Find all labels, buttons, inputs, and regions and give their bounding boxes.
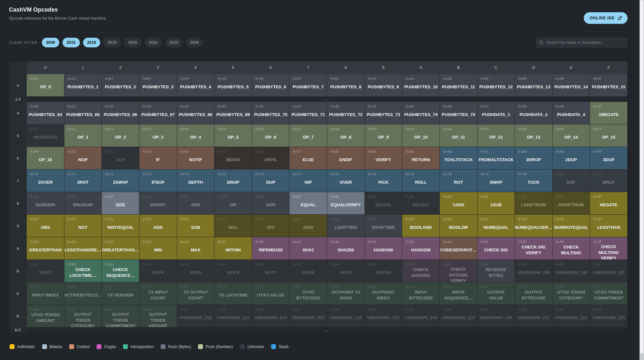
opcode-cell-0xD5[interactable]: 0xD5UNKNOWN_213 [214, 305, 252, 327]
opcode-cell-0x87[interactable]: 0x87EQUAL [289, 192, 327, 215]
opcode-cell-0x48[interactable]: 0x48PUSHBYTES_72 [327, 102, 365, 124]
opcode-cell-0xC2[interactable]: 0xC2TX VERSION [102, 282, 139, 305]
opcode-cell-0xB6[interactable]: 0xB6NOP7 [252, 260, 290, 282]
opcode-cell-0xBD[interactable]: 0xBDUNKNOWN_189 [515, 260, 553, 282]
opcode-cell-0x4C[interactable]: 0x4CPUSHDATA_1 [478, 102, 515, 124]
opcode-cell-0xC7[interactable]: 0xC7UTXO BYTECODE [289, 282, 327, 305]
opcode-cell-0x78[interactable]: 0x78OVER [327, 170, 365, 192]
year-chip-2015[interactable]: 2015 [62, 38, 80, 47]
opcode-cell-0x85[interactable]: 0x85OR [214, 192, 252, 215]
opcode-cell-0x53[interactable]: 0x53OP_3 [139, 124, 177, 147]
opcode-cell-0x98[interactable]: 0x98LSHIFTBIN [327, 215, 365, 237]
opcode-cell-0xCB[interactable]: 0xCBINPUT SEQUENCE… [440, 282, 478, 305]
opcode-cell-0x81[interactable]: 0x81BIN2NUM [64, 192, 102, 215]
opcode-cell-0xD7[interactable]: 0xD7UNKNOWN_215 [289, 305, 327, 327]
opcode-cell-0xC8[interactable]: 0xC8OUTPOINT TX HASH [327, 282, 365, 305]
opcode-cell-0x63[interactable]: 0x63IF [139, 147, 177, 170]
opcode-cell-0x5F[interactable]: 0x5FOP_15 [590, 124, 628, 147]
opcode-cell-0x79[interactable]: 0x79PICK [365, 170, 402, 192]
opcode-cell-0x7D[interactable]: 0x7DTUCK [515, 170, 553, 192]
opcode-cell-0x04[interactable]: 0x04PUSHBYTES_4 [177, 74, 215, 97]
opcode-cell-0x55[interactable]: 0x55OP_5 [214, 124, 252, 147]
opcode-cell-0xBF[interactable]: 0xBFUNKNOWN_191 [590, 260, 628, 282]
opcode-cell-0xD1[interactable]: 0xD1OUTPUT TOKEN CATEGORY [64, 305, 102, 327]
opcode-cell-0xB5[interactable]: 0xB5NOP6 [214, 260, 252, 282]
opcode-cell-0x96[interactable]: 0x96DIV [252, 215, 290, 237]
scrollbar-thumb[interactable] [640, 0, 643, 354]
opcode-cell-0x93[interactable]: 0x93ADD [139, 215, 177, 237]
opcode-cell-0xD9[interactable]: 0xD9UNKNOWN_217 [365, 305, 402, 327]
opcode-cell-0x4F[interactable]: 0x4F1NEGATE [590, 102, 628, 124]
opcode-cell-0x7F[interactable]: 0x7FSPLIT [590, 170, 628, 192]
opcode-cell-0x65[interactable]: 0x65BEGIN [214, 147, 252, 170]
opcode-cell-0x69[interactable]: 0x69VERIFY [365, 147, 402, 170]
opcode-cell-0xB1[interactable]: 0xB1CHECK LOCKTIME… [64, 260, 102, 282]
opcode-cell-0xCF[interactable]: 0xCFUTXO TOKEN COMMITMENT [590, 282, 628, 305]
opcode-cell-0x5C[interactable]: 0x5COP_12 [478, 124, 515, 147]
year-chip-2026[interactable]: 2026 [186, 38, 203, 47]
opcode-cell-0x54[interactable]: 0x54OP_4 [177, 124, 215, 147]
opcode-cell-0xCA[interactable]: 0xCAINPUT BYTECODE [402, 282, 440, 305]
opcode-cell-0xBB[interactable]: 0xBBCHECK DATASIG VERIFY [440, 260, 478, 282]
opcode-cell-0x84[interactable]: 0x84AND [177, 192, 215, 215]
opcode-cell-0x61[interactable]: 0x61NOP [64, 147, 102, 170]
opcode-cell-0xC9[interactable]: 0xC9OUTPOINT INDEX [365, 282, 402, 305]
opcode-cell-0x02[interactable]: 0x02PUSHBYTES_2 [102, 74, 139, 97]
opcode-cell-0x82[interactable]: 0x82SIZE [102, 192, 139, 215]
opcode-cell-0xD0[interactable]: 0xD0UTXO TOKEN AMOUNT [27, 305, 64, 327]
opcode-cell-0x0A[interactable]: 0x0APUSHBYTES_10 [402, 74, 440, 97]
opcode-cell-0x8D[interactable]: 0x8DLSHIFTNUM [515, 192, 553, 215]
opcode-cell-0x41[interactable]: 0x41PUSHBYTES_65 [64, 102, 102, 124]
opcode-cell-0x99[interactable]: 0x99RSHIFTBIN [365, 215, 402, 237]
opcode-cell-0x4E[interactable]: 0x4EPUSHDATA_4 [553, 102, 590, 124]
opcode-cell-0xCC[interactable]: 0xCCOUTPUT VALUE [478, 282, 515, 305]
opcode-cell-0x9E[interactable]: 0x9ENUMNOTEQUAL [553, 215, 590, 237]
opcode-cell-0x51[interactable]: 0x51OP_1 [64, 124, 102, 147]
opcode-cell-0xA2[interactable]: 0xA2GREATERTHAN… [102, 237, 139, 260]
year-chip-2022[interactable]: 2022 [145, 38, 162, 47]
opcode-cell-0x0C[interactable]: 0x0CPUSHBYTES_12 [478, 74, 515, 97]
opcode-cell-0x9D[interactable]: 0x9DNUMEQUALVER… [515, 215, 553, 237]
opcode-cell-0x4B[interactable]: 0x4BPUSHBYTES_75 [440, 102, 478, 124]
opcode-cell-0x90[interactable]: 0x90ABS [27, 215, 64, 237]
opcode-cell-0x88[interactable]: 0x88EQUALVERIFY [327, 192, 365, 215]
opcode-cell-0x9C[interactable]: 0x9CNUMEQUAL [478, 215, 515, 237]
opcode-cell-0x5A[interactable]: 0x5AOP_10 [402, 124, 440, 147]
opcode-cell-0xD3[interactable]: 0xD3OUTPUT TOKEN AMOUNT [139, 305, 177, 327]
opcode-cell-0xAA[interactable]: 0xAAHASH256 [402, 237, 440, 260]
opcode-cell-0xB2[interactable]: 0xB2CHECK SEQUENCE… [102, 260, 139, 282]
opcode-cell-0xA3[interactable]: 0xA3MIN [139, 237, 177, 260]
opcode-cell-0x0B[interactable]: 0x0BPUSHBYTES_11 [440, 74, 478, 97]
opcode-cell-0x4D[interactable]: 0x4DPUSHDATA_2 [515, 102, 553, 124]
opcode-cell-0x7C[interactable]: 0x7CSWAP [478, 170, 515, 192]
opcode-cell-0x6A[interactable]: 0x6ARETURN [402, 147, 440, 170]
opcode-cell-0x6D[interactable]: 0x6D2DROP [515, 147, 553, 170]
opcode-cell-0xC6[interactable]: 0xC6UTXO VALUE [252, 282, 290, 305]
opcode-cell-0x5D[interactable]: 0x5DOP_13 [515, 124, 553, 147]
opcode-cell-0x59[interactable]: 0x59OP_9 [365, 124, 402, 147]
collapsed-range-E-F[interactable]: … [27, 327, 628, 333]
opcode-cell-0xA7[interactable]: 0xA7SHA1 [289, 237, 327, 260]
opcode-cell-0xAB[interactable]: 0xABCODESEPARAT… [440, 237, 478, 260]
opcode-cell-0x01[interactable]: 0x01PUSHBYTES_1 [64, 74, 102, 97]
opcode-cell-0xB9[interactable]: 0xB9NOP10 [365, 260, 402, 282]
opcode-cell-0xCD[interactable]: 0xCDOUTPUT BYTECODE [515, 282, 553, 305]
opcode-cell-0x08[interactable]: 0x08PUSHBYTES_8 [327, 74, 365, 97]
opcode-cell-0xC1[interactable]: 0xC1ACTIVEBYTECO… [64, 282, 102, 305]
year-chip-2016[interactable]: 2016 [83, 38, 100, 47]
opcode-cell-0xD4[interactable]: 0xD4UNKNOWN_212 [177, 305, 215, 327]
opcode-cell-0x92[interactable]: 0x920NOTEQUAL [102, 215, 139, 237]
opcode-cell-0x49[interactable]: 0x49PUSHBYTES_73 [365, 102, 402, 124]
opcode-cell-0x72[interactable]: 0x722SWAP [102, 170, 139, 192]
opcode-cell-0xDE[interactable]: 0xDEUNKNOWN_222 [553, 305, 590, 327]
page-scrollbar[interactable] [639, 0, 644, 360]
opcode-cell-0x7A[interactable]: 0x7AROLL [402, 170, 440, 192]
opcode-cell-0x45[interactable]: 0x45PUSHBYTES_69 [214, 102, 252, 124]
opcode-cell-0xA5[interactable]: 0xA5WITHIN [214, 237, 252, 260]
opcode-cell-0xAD[interactable]: 0xADCHECK SIG VERIFY [515, 237, 553, 260]
opcode-cell-0xB4[interactable]: 0xB4NOP5 [177, 260, 215, 282]
opcode-cell-0x56[interactable]: 0x56OP_6 [252, 124, 290, 147]
opcode-cell-0xC4[interactable]: 0xC4TX OUTPUT COUNT [177, 282, 215, 305]
opcode-cell-0x6E[interactable]: 0x6E2DUP [553, 147, 590, 170]
opcode-cell-0xDC[interactable]: 0xDCUNKNOWN_220 [478, 305, 515, 327]
